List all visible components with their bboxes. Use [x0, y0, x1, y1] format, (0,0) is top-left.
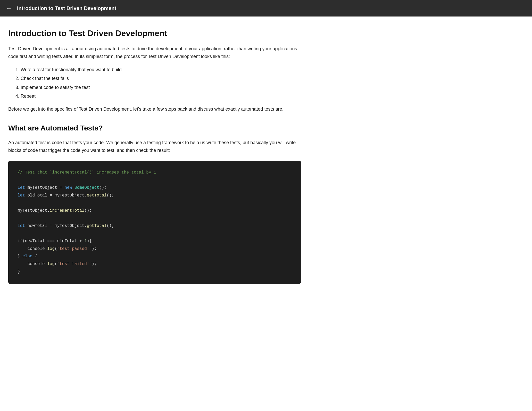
list-item: Repeat [21, 92, 301, 100]
top-bar: ← Introduction to Test Driven Developmen… [0, 0, 532, 17]
back-button[interactable]: ← [6, 4, 12, 13]
page-title: Introduction to Test Driven Development [8, 27, 301, 40]
steps-list: Write a test for functionality that you … [21, 66, 301, 100]
code-empty-line [18, 215, 292, 222]
code-line: myTestObject.incrementTotal(); [18, 207, 292, 215]
code-empty-line [18, 176, 292, 184]
list-item: Implement code to satisfy the test [21, 84, 301, 92]
code-empty-line [18, 199, 292, 207]
list-item: Check that the test fails [21, 75, 301, 83]
code-line: let oldTotal = myTestObject.getTotal(); [18, 192, 292, 200]
main-content: Introduction to Test Driven Development … [0, 17, 309, 299]
code-line: let myTestObject = new SomeObject(); [18, 184, 292, 192]
list-item: Write a test for functionality that you … [21, 66, 301, 74]
intro-paragraph: Test Driven Development is all about usi… [8, 45, 301, 60]
code-line: } else { [18, 253, 292, 260]
code-comment: // Test that `incrementTotal()` increase… [18, 169, 292, 177]
section2-title: What are Automated Tests? [8, 122, 301, 134]
top-bar-title: Introduction to Test Driven Development [17, 4, 116, 12]
code-line: console.log("test passed!"); [18, 245, 292, 253]
automated-paragraph: An automated test is code that tests you… [8, 139, 301, 154]
code-line: } [18, 268, 292, 276]
code-block: // Test that `incrementTotal()` increase… [8, 161, 301, 284]
code-empty-line [18, 230, 292, 238]
before-paragraph: Before we get into the specifics of Test… [8, 105, 301, 113]
code-line: console.log("test failed!"); [18, 260, 292, 268]
code-line: if(newTotal === oldTotal + 1){ [18, 237, 292, 245]
code-line: let newTotal = myTestObject.getTotal(); [18, 222, 292, 230]
